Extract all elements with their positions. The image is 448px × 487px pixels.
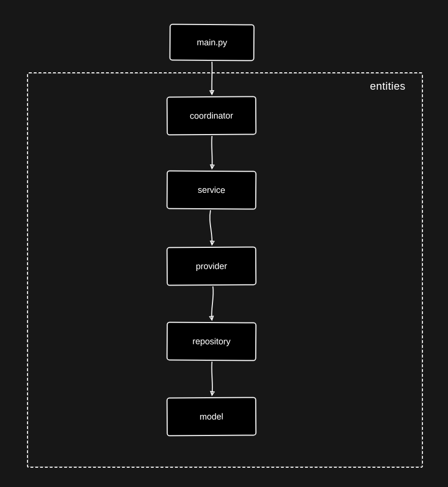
node-main: main.py [170,24,255,61]
node-provider-label: provider [196,261,227,271]
node-repository-label: repository [192,336,230,347]
node-provider: provider [167,246,257,285]
node-main-label: main.py [197,37,227,47]
node-model-label: model [199,411,223,421]
node-service: service [167,170,257,209]
diagram-canvas: entities main.py coordinator service pro… [0,0,448,487]
node-model: model [167,397,257,436]
node-repository: repository [167,322,257,361]
node-coordinator-label: coordinator [190,110,233,121]
node-coordinator: coordinator [167,96,257,135]
entities-frame-label: entities [370,80,406,93]
node-service-label: service [198,185,225,195]
